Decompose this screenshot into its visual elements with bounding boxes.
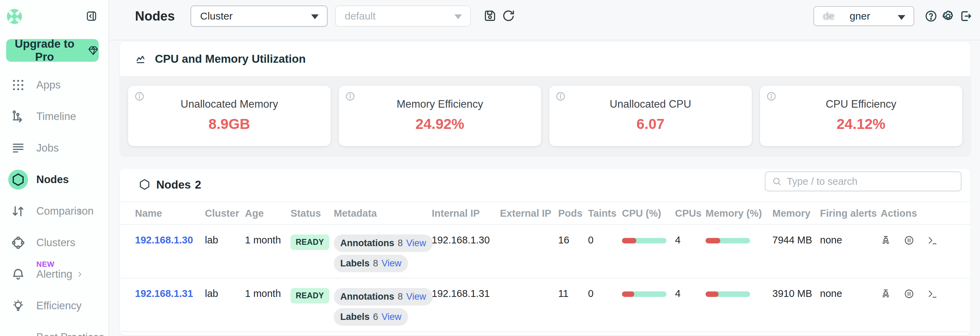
usage-bar bbox=[706, 238, 750, 244]
chevron-right-icon bbox=[76, 207, 84, 215]
view-link[interactable]: View bbox=[406, 238, 426, 248]
annotations-pill[interactable]: Annotations8View bbox=[334, 234, 433, 252]
drain-node-icon[interactable] bbox=[881, 289, 891, 299]
column-header-age: Age bbox=[245, 208, 291, 219]
pods-cell: 16 bbox=[558, 234, 588, 246]
stat-card-unallocated-cpu: Unallocated CPU6.07 bbox=[549, 86, 752, 146]
node-name-link[interactable]: 192.168.1.31 bbox=[135, 288, 193, 299]
sidebar-item-nodes[interactable]: Nodes bbox=[0, 164, 108, 196]
column-header-memory-: Memory (%) bbox=[706, 208, 772, 219]
terminal-icon[interactable] bbox=[927, 289, 937, 299]
info-icon[interactable] bbox=[134, 91, 145, 102]
sidebar-item-label: Best Practices bbox=[36, 331, 104, 336]
actions-cell bbox=[881, 289, 956, 299]
cluster-select-value: Cluster bbox=[200, 10, 233, 22]
cluster-cell: lab bbox=[205, 234, 245, 246]
actions-cell bbox=[881, 235, 956, 245]
gem-icon bbox=[88, 45, 99, 56]
save-filter-icon[interactable] bbox=[483, 9, 497, 22]
memory-percent-cell bbox=[706, 234, 772, 244]
sidebar-item-label: Jobs bbox=[36, 142, 59, 154]
status-badge: READY bbox=[291, 234, 329, 250]
stat-card-value: 24.12% bbox=[837, 116, 885, 132]
sidebar-item-clusters[interactable]: Clusters bbox=[0, 227, 108, 258]
stat-card-value: 24.92% bbox=[416, 116, 464, 132]
sidebar-item-efficiency[interactable]: Efficiency bbox=[0, 290, 108, 322]
node-name-link[interactable]: 192.168.1.30 bbox=[135, 234, 193, 245]
help-icon[interactable] bbox=[924, 10, 937, 22]
user-select-value: gner bbox=[850, 10, 870, 22]
stat-card-label: Unallocated CPU bbox=[609, 98, 691, 110]
annotations-pill[interactable]: Annotations8View bbox=[334, 288, 433, 306]
timeline-icon bbox=[8, 107, 28, 126]
logout-icon[interactable] bbox=[959, 10, 972, 22]
internal-ip-cell: 192.168.1.31 bbox=[432, 288, 500, 299]
sidebar-item-comparison[interactable]: Comparison bbox=[0, 196, 108, 227]
stat-card-cpu-efficiency: CPU Efficiency24.12% bbox=[760, 86, 963, 146]
column-header-cluster: Cluster bbox=[205, 208, 245, 219]
cordon-node-icon[interactable] bbox=[904, 235, 914, 245]
sidebar-item-label: Comparison bbox=[36, 205, 94, 217]
sidebar-item-jobs[interactable]: Jobs bbox=[0, 132, 108, 164]
sidebar-item-apps[interactable]: Apps bbox=[0, 69, 108, 101]
column-header-name: Name bbox=[135, 208, 205, 219]
table-body: 192.168.1.30lab1 monthREADYAnnotations8V… bbox=[120, 225, 970, 332]
sidebar-item-best-practices[interactable]: Best Practices bbox=[0, 322, 108, 336]
memory-cell: 3910 MB bbox=[772, 288, 820, 299]
pods-cell: 11 bbox=[558, 288, 588, 299]
search-input[interactable] bbox=[787, 176, 955, 187]
sidebar-collapse-icon[interactable] bbox=[86, 10, 97, 22]
taints-cell: 0 bbox=[588, 234, 622, 246]
usage-bar bbox=[706, 291, 750, 297]
age-cell: 1 month bbox=[245, 288, 291, 299]
column-header-cpus: CPUs bbox=[675, 208, 706, 219]
comparison-arrows-icon bbox=[8, 201, 28, 221]
column-header-metadata: Metadata bbox=[334, 208, 432, 219]
topbar: Nodes Cluster default de gner bbox=[109, 0, 980, 40]
taints-cell: 0 bbox=[588, 288, 622, 299]
table-row: 192.168.1.30lab1 monthREADYAnnotations8V… bbox=[120, 225, 970, 279]
nodes-section-title: Nodes2 bbox=[156, 178, 201, 191]
user-select[interactable]: de gner bbox=[813, 6, 914, 26]
cordon-node-icon[interactable] bbox=[904, 289, 914, 299]
stat-cards-row: Unallocated Memory8.9GBMemory Efficiency… bbox=[120, 76, 970, 156]
sidebar-item-label: Efficiency bbox=[36, 299, 81, 312]
info-icon[interactable] bbox=[555, 91, 566, 102]
view-link[interactable]: View bbox=[406, 291, 426, 302]
status-badge: READY bbox=[291, 288, 329, 303]
namespace-select-value: default bbox=[345, 10, 375, 22]
upgrade-to-pro-button[interactable]: Upgrade to Pro bbox=[6, 39, 99, 62]
memory-cell: 7944 MB bbox=[772, 234, 820, 246]
table-row: 192.168.1.31lab1 monthREADYAnnotations8V… bbox=[120, 279, 970, 332]
drain-node-icon[interactable] bbox=[881, 235, 891, 245]
nodes-panel: Nodes2 NameClusterAgeStatusMetadataInter… bbox=[120, 169, 970, 335]
view-link[interactable]: View bbox=[382, 258, 402, 269]
info-icon[interactable] bbox=[766, 91, 776, 102]
cluster-select[interactable]: Cluster bbox=[191, 5, 328, 27]
hexagon-node-icon bbox=[138, 178, 151, 191]
info-icon[interactable] bbox=[345, 91, 355, 102]
sidebar-item-alerting[interactable]: AlertingNEW bbox=[0, 258, 108, 290]
hexagon-node-icon bbox=[8, 170, 28, 189]
memory-percent-cell bbox=[706, 288, 772, 297]
upgrade-label: Upgrade to Pro bbox=[6, 37, 83, 64]
refresh-icon[interactable] bbox=[502, 9, 515, 22]
terminal-icon[interactable] bbox=[927, 235, 937, 245]
nodes-count: 2 bbox=[195, 178, 201, 191]
utilization-panel: CPU and Memory Utilization Unallocated M… bbox=[120, 42, 970, 156]
new-badge: NEW bbox=[36, 260, 54, 269]
utilization-title: CPU and Memory Utilization bbox=[155, 53, 305, 65]
lightbulb-icon bbox=[8, 296, 28, 316]
column-header-actions: Actions bbox=[881, 208, 956, 219]
column-header-memory: Memory bbox=[772, 208, 820, 219]
column-header-firing-alerts: Firing alerts bbox=[820, 208, 881, 219]
sidebar-item-timeline[interactable]: Timeline bbox=[0, 101, 108, 132]
sidebar-item-label: Clusters bbox=[36, 237, 75, 249]
view-link[interactable]: View bbox=[382, 312, 402, 322]
jobs-list-icon bbox=[8, 138, 28, 158]
labels-pill[interactable]: Labels8View bbox=[334, 255, 408, 272]
settings-gear-icon[interactable] bbox=[942, 10, 955, 22]
stat-card-label: Memory Efficiency bbox=[396, 98, 483, 110]
cpu-percent-cell bbox=[622, 234, 675, 244]
labels-pill[interactable]: Labels6View bbox=[334, 308, 408, 326]
